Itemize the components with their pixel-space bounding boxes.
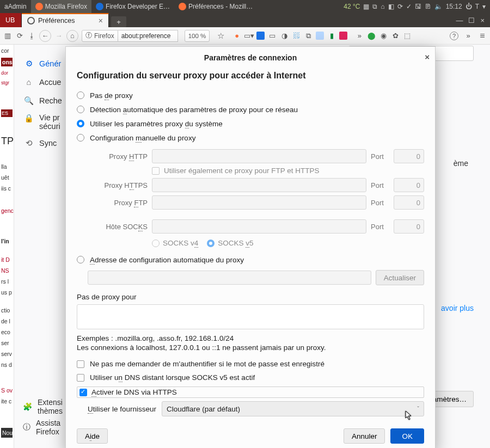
- url-bar[interactable]: ⓕFirefox about:preference: [82, 30, 178, 42]
- tab-preferences[interactable]: Préférences ×: [22, 13, 109, 27]
- radio-no-proxy[interactable]: Pas de proxy: [77, 88, 424, 102]
- https-proxy-input[interactable]: [152, 178, 366, 192]
- bookmark-star-icon[interactable]: ☆: [216, 32, 225, 40]
- radio-system-proxy[interactable]: Utiliser les paramètres proxy du système: [77, 116, 424, 131]
- checkbox-no-auth-prompt[interactable]: Ne pas me demander de m'authentifier si …: [77, 357, 424, 371]
- extension-icon[interactable]: [256, 32, 265, 40]
- maximize-button[interactable]: ☐: [468, 16, 475, 24]
- share-proxy-row[interactable]: Utiliser également ce proxy pour FTP et …: [152, 167, 424, 175]
- sidebar-extensions[interactable]: 🧩 Extensithèmes: [35, 398, 63, 415]
- temperature-indicator: 42 °C: [344, 3, 360, 10]
- extension-icon[interactable]: ⬤: [367, 32, 376, 40]
- radio-socks4[interactable]: SOCKS v4: [152, 239, 198, 247]
- tray-icon[interactable]: ⧉: [372, 3, 377, 10]
- tab-hidden[interactable]: UB: [0, 13, 22, 27]
- https-port-input[interactable]: [394, 178, 424, 192]
- hamburger-menu-icon[interactable]: ≡: [478, 32, 487, 40]
- tray-icon[interactable]: ▦: [363, 3, 369, 10]
- window-titlebar: UB Préférences × + — ☐ ×: [0, 13, 490, 27]
- learn-more-link[interactable]: avoir plus: [441, 304, 474, 312]
- ok-button[interactable]: OK: [390, 428, 424, 444]
- taskbar-item[interactable]: Préférences - Mozill…: [174, 0, 257, 13]
- extension-icon[interactable]: ▭: [268, 32, 277, 40]
- extension-icon[interactable]: ●: [232, 32, 241, 40]
- tab-title: Préférences: [38, 17, 75, 24]
- doh-provider-select[interactable]: Cloudflare (par défaut) ˇ: [162, 401, 424, 416]
- extension-icon[interactable]: ⧉: [304, 32, 313, 40]
- close-window-button[interactable]: ×: [480, 16, 485, 24]
- cancel-button[interactable]: Annuler: [344, 428, 385, 444]
- overflow-icon[interactable]: »: [355, 32, 364, 40]
- checkbox-icon: [77, 360, 84, 368]
- zoom-indicator[interactable]: 100 %: [185, 30, 210, 42]
- taskbar-item[interactable]: aAdmin: [0, 0, 31, 13]
- ftp-port-input[interactable]: [394, 195, 424, 210]
- socks-port-input[interactable]: [394, 219, 424, 234]
- radio-icon: [77, 91, 84, 99]
- search-icon: 🔍: [24, 96, 34, 106]
- tray-icon[interactable]: ✓: [406, 3, 412, 10]
- radio-auto-config-url[interactable]: Adresse de configuration automatique du …: [77, 253, 424, 267]
- taskbar-item[interactable]: Mozilla Firefox: [31, 0, 91, 13]
- sidebar-support[interactable]: ⓘ AssistaFirefox: [35, 419, 63, 436]
- bg-text: ème: [454, 159, 468, 168]
- overflow-icon[interactable]: »: [464, 32, 473, 40]
- minimize-button[interactable]: —: [456, 16, 463, 24]
- port-label: Port: [371, 223, 389, 231]
- examples-hint: Exemples : .mozilla.org, .asso.fr, 192.1…: [77, 334, 424, 342]
- port-label: Port: [371, 152, 389, 161]
- extensions-area: ● ▭▾ ▭ ◑ ⛆ ⧉ ▮: [232, 32, 347, 40]
- help-icon[interactable]: ?: [450, 32, 458, 40]
- sidebar-bottom: 🧩 Extensithèmes ⓘ AssistaFirefox: [35, 398, 63, 436]
- extension-icon[interactable]: ◉: [379, 32, 388, 40]
- tray-icon[interactable]: ◧: [388, 3, 394, 10]
- sidebar-toggle-icon[interactable]: ▥: [3, 32, 12, 40]
- tray-icon[interactable]: 🖫: [415, 3, 421, 10]
- dialog-heading: Configuration du serveur proxy pour accé…: [77, 71, 424, 81]
- power-icon[interactable]: ⏻: [465, 3, 472, 10]
- extension-icon[interactable]: ⬚: [403, 32, 412, 40]
- no-proxy-for-textarea[interactable]: [77, 304, 424, 329]
- ftp-proxy-input[interactable]: [152, 195, 366, 210]
- http-proxy-input[interactable]: [152, 149, 366, 163]
- extension-icon[interactable]: ▭▾: [244, 32, 253, 40]
- port-label: Port: [371, 199, 389, 207]
- extension-icon[interactable]: [339, 32, 347, 40]
- http-port-input[interactable]: [394, 149, 424, 163]
- home-button[interactable]: ⌂: [66, 30, 78, 42]
- navigation-toolbar: ▥ ⟳ ⭳ ← → ⌂ ⓕFirefox about:preference 10…: [0, 27, 490, 45]
- radio-auto-detect[interactable]: Détection automatique des paramètres de …: [77, 102, 424, 116]
- wifi-icon[interactable]: ▾: [482, 3, 486, 10]
- radio-manual-proxy[interactable]: Configuration manuelle du proxy: [77, 131, 424, 145]
- close-tab-icon[interactable]: ×: [99, 16, 103, 25]
- checkbox-socks-remote-dns[interactable]: Utiliser un DNS distant lorsque SOCKS v5…: [77, 371, 424, 384]
- back-button[interactable]: ←: [39, 30, 51, 42]
- checkbox-dns-over-https[interactable]: Activer le DNS via HTTPS: [77, 386, 424, 398]
- tray-icon[interactable]: ⟳: [397, 3, 403, 10]
- close-dialog-button[interactable]: ×: [425, 52, 430, 62]
- new-tab-button[interactable]: +: [111, 16, 126, 27]
- download-icon[interactable]: ⭳: [27, 32, 36, 40]
- reload-icon[interactable]: ⟳: [15, 32, 24, 40]
- tray-letter[interactable]: T: [475, 3, 479, 10]
- extension-icon[interactable]: ✿: [391, 32, 400, 40]
- extension-icon[interactable]: [316, 32, 324, 40]
- auto-config-url-input[interactable]: [88, 271, 371, 285]
- radio-socks5[interactable]: SOCKS v5: [207, 239, 253, 247]
- radio-icon: [207, 240, 215, 247]
- reload-button[interactable]: Actualiser: [376, 270, 424, 285]
- url-text: about:preference: [121, 32, 171, 40]
- clock[interactable]: 15:12: [446, 3, 462, 10]
- extension-icon[interactable]: ▮: [327, 32, 336, 40]
- identity-label: Firefox: [94, 32, 114, 40]
- socks-host-input[interactable]: [152, 219, 366, 234]
- system-panel: aAdmin Mozilla Firefox Firefox Developer…: [0, 0, 490, 13]
- help-button[interactable]: Aide: [77, 428, 108, 444]
- tray-icon[interactable]: ⌂: [381, 3, 384, 10]
- tray-icon[interactable]: 🖹: [425, 3, 431, 10]
- forward-button[interactable]: →: [54, 32, 63, 40]
- taskbar-item[interactable]: Firefox Developer E…: [91, 0, 174, 13]
- extension-icon[interactable]: ◑: [280, 32, 289, 40]
- extension-icon[interactable]: ⛆: [292, 32, 301, 40]
- volume-icon[interactable]: 🔈: [434, 3, 443, 10]
